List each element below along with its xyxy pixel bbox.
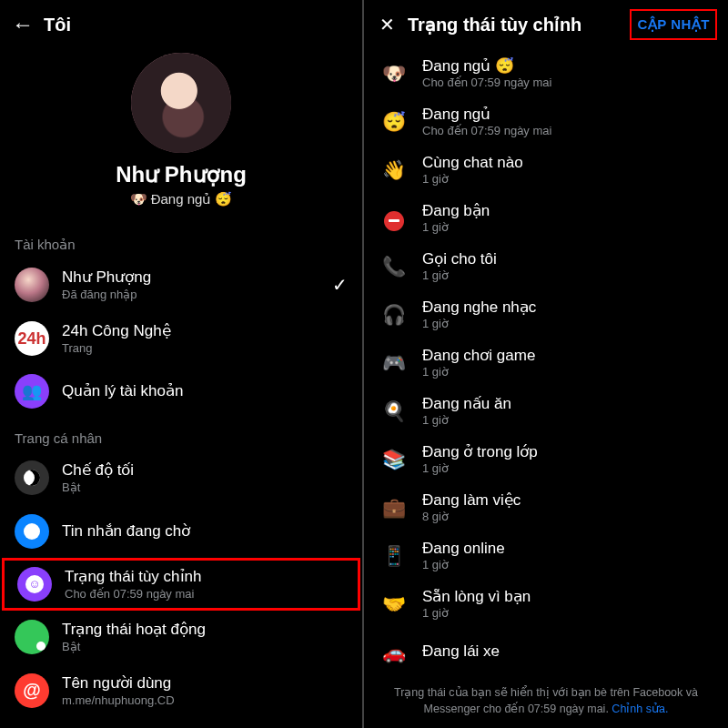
row-title: Chế độ tối <box>62 460 348 480</box>
status-emoji: 📚 <box>380 449 408 470</box>
row-sub: m.me/nhuphuong.CD <box>62 693 348 708</box>
status-prefix-emoji: 🐶 <box>130 191 147 207</box>
status-duration: 1 giờ <box>422 172 712 187</box>
status-emoji: 🍳 <box>380 400 408 422</box>
account-row-self[interactable]: Như Phượng Đã đăng nhập <box>0 258 362 312</box>
status-title: Cùng chat nào <box>422 154 712 172</box>
row-dark-mode[interactable]: Chế độ tối Bật <box>0 451 362 505</box>
status-emoji: 👋 <box>380 159 408 181</box>
account-row-page[interactable]: 24h 24h Công Nghệ Trang <box>0 312 362 366</box>
status-text: Đang ngủ <box>151 191 212 207</box>
at-icon: @ <box>15 673 49 708</box>
section-profile-label: Trang cá nhân <box>0 418 362 451</box>
status-emoji: 🚗 <box>380 642 408 663</box>
status-option[interactable]: 🚗Đang lái xe <box>364 628 728 676</box>
section-options-label: Tùy chọn <box>0 717 362 728</box>
chat-icon <box>15 514 49 549</box>
current-status: 🐶 Đang ngủ 😴 <box>130 191 233 207</box>
row-message-requests[interactable]: Tin nhắn đang chờ <box>0 505 362 558</box>
row-title: Trạng thái hoạt động <box>62 620 348 639</box>
status-option[interactable]: Đang bận1 giờ <box>364 194 728 242</box>
status-duration: 1 giờ <box>422 413 712 428</box>
status-option[interactable]: 👋Cùng chat nào1 giờ <box>364 146 728 194</box>
status-title: Đang ở trong lớp <box>422 443 712 461</box>
status-title: Đang bận <box>422 202 712 220</box>
status-emoji: 📱 <box>380 545 408 567</box>
row-sub: Cho đến 07:59 ngày mai <box>65 587 345 602</box>
left-header-title: Tôi <box>44 15 351 35</box>
status-duration: 1 giờ <box>422 317 712 331</box>
status-title: Đang chơi game <box>422 347 712 365</box>
custom-status-pane: Trạng thái tùy chỉnh CẬP NHẬT 🐶Đang ngủ … <box>364 0 728 728</box>
avatar[interactable] <box>131 53 231 153</box>
status-suffix-emoji: 😴 <box>215 191 232 207</box>
status-title: Gọi cho tôi <box>422 250 712 268</box>
status-title: Đang nghe nhạc <box>422 298 712 317</box>
row-sub: Bật <box>62 640 348 654</box>
page-icon: 24h <box>15 321 49 356</box>
status-duration: 1 giờ <box>422 268 712 283</box>
status-title: Sẵn lòng vì bạn <box>422 588 712 606</box>
row-title: Tin nhắn đang chờ <box>62 521 348 541</box>
status-duration: 8 giờ <box>422 510 712 524</box>
status-emoji: 🎧 <box>380 304 408 326</box>
profile-block: Như Phượng 🐶 Đang ngủ 😴 <box>0 49 362 224</box>
status-emoji: 😴 <box>380 111 408 133</box>
row-title: Như Phượng <box>62 268 332 287</box>
status-title: Đang online <box>422 540 712 558</box>
right-header-title: Trạng thái tùy chỉnh <box>408 14 630 35</box>
status-option[interactable]: 🤝Sẵn lòng vì bạn1 giờ <box>364 580 728 628</box>
status-duration: Cho đến 07:59 ngày mai <box>422 76 712 90</box>
back-icon[interactable] <box>11 13 35 36</box>
row-sub: Trang <box>62 341 348 356</box>
status-title: Đang lái xe <box>422 642 712 661</box>
active-icon <box>15 620 49 654</box>
row-sub: Bật <box>62 480 348 495</box>
moon-icon <box>15 460 49 495</box>
display-name: Như Phượng <box>116 162 247 187</box>
row-title: Trạng thái tùy chỉnh <box>65 567 345 586</box>
status-emoji: 💼 <box>380 497 408 519</box>
right-topbar: Trạng thái tùy chỉnh CẬP NHẬT <box>364 0 728 49</box>
row-username[interactable]: @ Tên người dùng m.me/nhuphuong.CD <box>0 664 362 718</box>
footer-note: Trạng thái của bạn sẽ hiển thị với bạn b… <box>364 680 728 726</box>
status-duration: 1 giờ <box>422 365 712 379</box>
status-emoji: 🐶 <box>380 63 408 85</box>
status-option[interactable]: 💼Đang làm việc8 giờ <box>364 483 728 531</box>
settings-pane: Tôi Như Phượng 🐶 Đang ngủ 😴 Tài khoản Nh… <box>0 0 364 728</box>
status-emoji: 📞 <box>380 256 408 278</box>
status-title: Đang làm việc <box>422 491 712 510</box>
close-icon[interactable] <box>375 13 399 36</box>
status-option[interactable]: 🎧Đang nghe nhạc1 giờ <box>364 290 728 339</box>
status-option[interactable]: 😴Đang ngủCho đến 07:59 ngày mai <box>364 97 728 146</box>
status-duration: 1 giờ <box>422 220 712 235</box>
status-option[interactable]: 🍳Đang nấu ăn1 giờ <box>364 387 728 435</box>
status-list: 🐶Đang ngủ 😴Cho đến 07:59 ngày mai😴Đang n… <box>364 49 728 680</box>
people-icon: 👥 <box>15 374 49 409</box>
update-button[interactable]: CẬP NHẬT <box>630 9 717 40</box>
avatar-icon <box>15 268 49 302</box>
status-option[interactable]: 📚Đang ở trong lớp1 giờ <box>364 435 728 483</box>
status-option[interactable]: 📱Đang online1 giờ <box>364 531 728 580</box>
status-title: Đang nấu ăn <box>422 395 712 413</box>
check-icon <box>332 274 348 296</box>
status-duration: 1 giờ <box>422 558 712 572</box>
status-option[interactable]: 🎮Đang chơi game1 giờ <box>364 339 728 387</box>
row-title: Tên người dùng <box>62 673 348 693</box>
row-custom-status[interactable]: ☺ Trạng thái tùy chỉnh Cho đến 07:59 ngà… <box>2 558 360 612</box>
row-active-status[interactable]: Trạng thái hoạt động Bật <box>0 611 362 664</box>
status-title: Đang ngủ 😴 <box>422 57 712 76</box>
status-duration: 1 giờ <box>422 461 712 476</box>
status-emoji: 🎮 <box>380 352 408 374</box>
status-option[interactable]: 🐶Đang ngủ 😴Cho đến 07:59 ngày mai <box>364 49 728 97</box>
section-account-label: Tài khoản <box>0 224 362 258</box>
account-row-manage[interactable]: 👥 Quản lý tài khoản <box>0 365 362 418</box>
smiley-icon: ☺ <box>17 567 52 602</box>
status-option[interactable]: 📞Gọi cho tôi1 giờ <box>364 242 728 290</box>
status-emoji <box>380 205 408 231</box>
status-title: Đang ngủ <box>422 106 712 124</box>
row-title: Quản lý tài khoản <box>62 381 348 400</box>
row-title: 24h Công Nghệ <box>62 321 348 340</box>
footer-edit-link[interactable]: Chỉnh sửa. <box>612 703 668 715</box>
status-duration: 1 giờ <box>422 606 712 621</box>
